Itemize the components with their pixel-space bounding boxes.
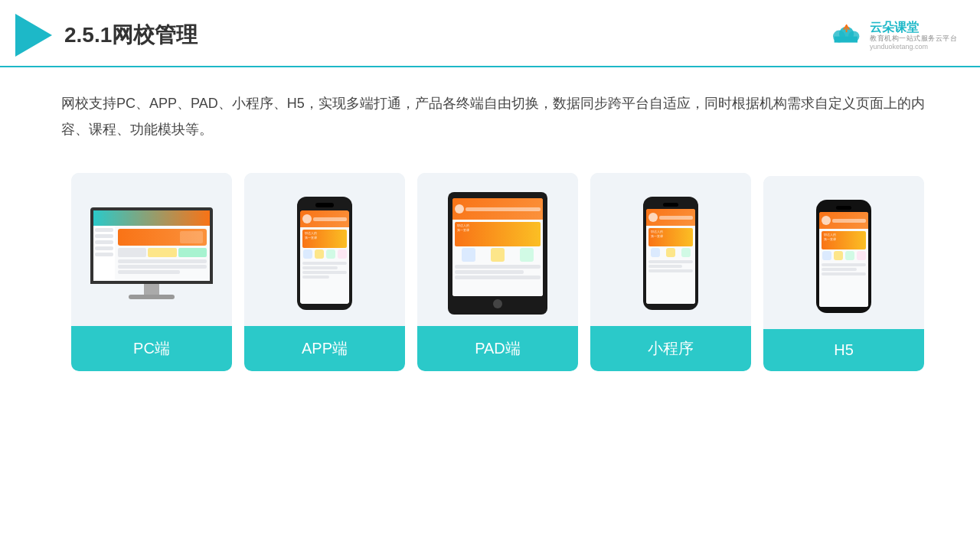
play-icon bbox=[15, 14, 52, 57]
description-text: 网校支持PC、APP、PAD、小程序、H5，实现多端打通，产品各终端自由切换，数… bbox=[61, 90, 934, 142]
header-left: 2.5.1网校管理 bbox=[15, 14, 198, 57]
card-pc: PC端 bbox=[71, 173, 232, 371]
svg-rect-3 bbox=[835, 37, 858, 43]
logo-url: yunduoketang.com bbox=[870, 43, 957, 51]
logo-area: 云朵课堂 教育机构一站式服务云平台 yunduoketang.com bbox=[827, 20, 957, 51]
logo-brand-name: 云朵课堂 bbox=[870, 20, 957, 34]
monitor-screen bbox=[90, 207, 213, 284]
card-app: APP端 bbox=[244, 173, 405, 371]
card-pad: PAD端 bbox=[417, 173, 578, 371]
phone-device-app bbox=[297, 197, 352, 310]
card-h5-label: H5 bbox=[763, 329, 924, 371]
card-h5: H5 bbox=[763, 176, 924, 371]
pc-image-area bbox=[71, 173, 232, 326]
page-title: 2.5.1网校管理 bbox=[64, 21, 198, 50]
pad-image-area bbox=[417, 173, 578, 326]
app-image-area bbox=[244, 173, 405, 326]
card-pad-label: PAD端 bbox=[417, 326, 578, 371]
mini-phone-device bbox=[643, 197, 698, 310]
page-header: 2.5.1网校管理 云朵课堂 教育机构一站式服务云平台 yunduoketang… bbox=[0, 0, 980, 67]
platform-cards: PC端 bbox=[61, 173, 934, 371]
tablet-device bbox=[448, 192, 547, 315]
miniprogram-image-area bbox=[590, 173, 751, 326]
cloud-logo-icon bbox=[827, 23, 864, 47]
h5-image-area bbox=[763, 176, 924, 329]
card-pc-label: PC端 bbox=[71, 326, 232, 371]
h5-phone-device bbox=[816, 200, 871, 313]
card-miniprogram: 小程序 bbox=[590, 173, 751, 371]
logo-tagline: 教育机构一站式服务云平台 bbox=[870, 34, 957, 43]
pc-monitor bbox=[90, 207, 213, 299]
card-miniprogram-label: 小程序 bbox=[590, 326, 751, 371]
main-content: 网校支持PC、APP、PAD、小程序、H5，实现多端打通，产品各终端自由切换，数… bbox=[0, 67, 980, 386]
logo-text: 云朵课堂 教育机构一站式服务云平台 yunduoketang.com bbox=[870, 20, 957, 51]
card-app-label: APP端 bbox=[244, 326, 405, 371]
